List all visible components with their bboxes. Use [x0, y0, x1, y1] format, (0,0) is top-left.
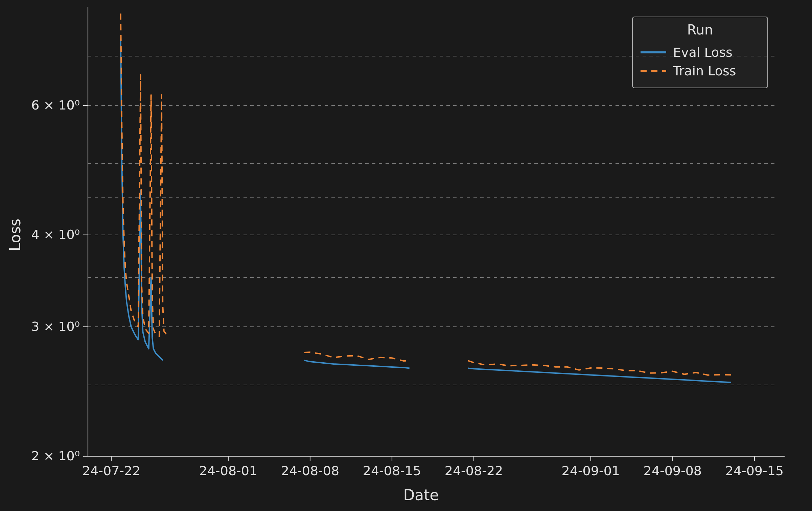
x-tick-label: 24-08-15 — [363, 463, 421, 478]
legend-entry-label: Train Loss — [673, 64, 736, 78]
x-tick-label: 24-07-22 — [82, 463, 140, 478]
legend-entry-label: Eval Loss — [673, 45, 733, 60]
x-tick-label: 24-08-08 — [281, 463, 339, 478]
y-tick-label: 2 × 10⁰ — [31, 448, 80, 463]
chart-container: 2 × 10⁰3 × 10⁰4 × 10⁰6 × 10⁰24-07-2224-0… — [0, 0, 812, 511]
y-tick-label: 4 × 10⁰ — [31, 227, 80, 242]
x-tick-label: 24-09-01 — [562, 463, 620, 478]
x-tick-label: 24-08-22 — [445, 463, 503, 478]
x-tick-label: 24-09-15 — [725, 463, 784, 478]
y-tick-label: 3 × 10⁰ — [31, 319, 80, 334]
x-axis-label: Date — [403, 486, 439, 504]
legend-title: Run — [687, 22, 713, 38]
x-tick-label: 24-08-01 — [199, 463, 257, 478]
loss-chart: 2 × 10⁰3 × 10⁰4 × 10⁰6 × 10⁰24-07-2224-0… — [0, 0, 812, 511]
x-tick-label: 24-09-08 — [644, 463, 702, 478]
y-tick-label: 6 × 10⁰ — [31, 98, 80, 113]
y-axis-label: Loss — [6, 219, 24, 251]
